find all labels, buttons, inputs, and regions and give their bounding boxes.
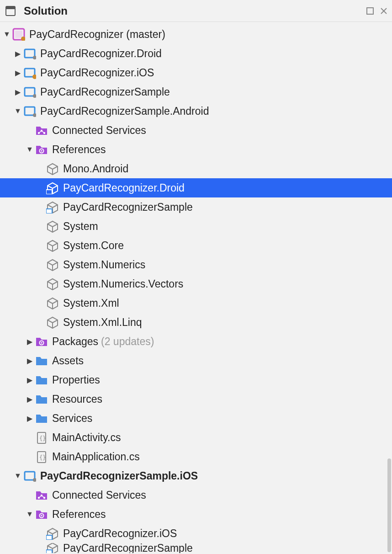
solution-name: PayCardRecognizer [29,28,123,40]
project-reference-icon [46,527,59,540]
assembly-icon [46,296,59,310]
project-ios[interactable]: ▶ PayCardRecognizer.iOS [0,63,392,82]
connected-services-node[interactable]: Connected Services [0,121,392,140]
reference-label: PayCardRecognizerSample [63,201,193,213]
chevron-down-icon[interactable]: ▼ [13,472,23,480]
connected-services-icon [35,123,48,137]
csharp-file-icon [35,431,48,444]
chevron-right-icon[interactable]: ▶ [25,337,35,346]
project-label: PayCardRecognizerSample [40,86,170,98]
assembly-icon [46,277,59,291]
folder-icon [35,411,48,425]
chevron-right-icon[interactable]: ▶ [25,376,35,384]
assembly-icon [46,239,59,252]
reference-item[interactable]: System [0,217,392,236]
packages-icon [35,335,48,348]
assembly-icon [46,258,59,272]
reference-item[interactable]: System.Numerics [0,255,392,274]
chevron-right-icon[interactable]: ▶ [25,395,35,404]
folder-icon [35,354,48,368]
packages-node[interactable]: ▶ Packages (2 updates) [0,332,392,351]
reference-item-selected[interactable]: PayCardRecognizer.Droid [0,178,392,197]
project-icon [23,104,37,118]
assembly-icon [46,315,59,329]
packages-update-badge: (2 updates) [101,336,154,348]
assembly-icon [46,219,59,233]
reference-label: PayCardRecognizerSample [63,543,193,553]
file-main-activity[interactable]: MainActivity.cs [0,428,392,447]
folder-label: Assets [52,355,84,367]
chevron-right-icon[interactable]: ▶ [13,69,23,77]
reference-item[interactable]: System.Numerics.Vectors [0,274,392,293]
project-label: PayCardRecognizerSample.iOS [40,470,198,482]
file-label: MainApplication.cs [52,451,140,463]
connected-services-node[interactable]: Connected Services [0,485,392,505]
chevron-down-icon[interactable]: ▼ [25,145,35,154]
project-icon [23,85,37,99]
reference-label: PayCardRecognizer.iOS [63,527,177,540]
chevron-right-icon[interactable]: ▶ [25,414,35,423]
solution-node[interactable]: ▼ PayCardRecognizer (master) [0,25,392,44]
reference-item[interactable]: System.Xml [0,293,392,313]
node-label: References [52,508,106,521]
solution-panel: Solution ▼ PayCardRecognizer (master) ▶ … [0,0,392,554]
reference-item[interactable]: PayCardRecognizer.iOS [0,524,392,543]
project-label: PayCardRecognizer.iOS [40,67,154,79]
references-node[interactable]: ▼ References [0,140,392,159]
chevron-right-icon[interactable]: ▶ [13,49,23,58]
chevron-right-icon[interactable]: ▶ [13,88,23,96]
folder-assets[interactable]: ▶ Assets [0,351,392,370]
connected-services-icon [35,488,48,502]
project-reference-icon [46,181,59,195]
project-sample-ios[interactable]: ▼ PayCardRecognizerSample.iOS [0,466,392,485]
references-icon [35,507,48,521]
reference-label: System [63,220,98,233]
reference-item[interactable]: System.Core [0,236,392,255]
project-icon [23,66,37,80]
project-icon [23,47,37,60]
panel-header: Solution [0,0,392,22]
folder-icon [35,392,48,406]
chevron-right-icon[interactable]: ▶ [25,357,35,365]
project-droid[interactable]: ▶ PayCardRecognizer.Droid [0,44,392,63]
node-label: References [52,144,106,156]
project-label: PayCardRecognizerSample.Android [40,105,209,117]
chevron-down-icon[interactable]: ▼ [2,30,12,38]
reference-label: System.Xml [63,297,119,309]
reference-label: System.Numerics [63,259,145,271]
file-label: MainActivity.cs [52,431,121,444]
panel-title: Solution [24,5,366,17]
folder-label: Resources [52,393,102,405]
reference-item[interactable]: System.Xml.Linq [0,313,392,332]
folder-services[interactable]: ▶ Services [0,409,392,428]
file-main-application[interactable]: MainApplication.cs [0,447,392,466]
restore-button[interactable] [366,6,375,16]
folder-label: Services [52,412,92,425]
node-label: Packages [52,336,98,348]
reference-item[interactable]: PayCardRecognizerSample [0,197,392,217]
reference-label: System.Xml.Linq [63,316,142,329]
references-node[interactable]: ▼ References [0,505,392,524]
project-sample[interactable]: ▶ PayCardRecognizerSample [0,82,392,101]
folder-properties[interactable]: ▶ Properties [0,370,392,389]
csharp-file-icon [35,450,48,463]
window-icon [4,4,17,18]
folder-icon [35,373,48,387]
reference-label: System.Numerics.Vectors [63,278,183,290]
close-button[interactable] [379,6,388,16]
node-label: Connected Services [52,124,146,137]
chevron-down-icon[interactable]: ▼ [25,510,35,518]
solution-tree[interactable]: ▼ PayCardRecognizer (master) ▶ PayCardRe… [0,22,392,554]
references-icon [35,143,48,156]
reference-label: PayCardRecognizer.Droid [63,182,185,194]
node-label: Connected Services [52,489,146,501]
project-icon [23,469,37,483]
scrollbar-thumb[interactable] [387,458,391,552]
project-sample-android[interactable]: ▼ PayCardRecognizerSample.Android [0,101,392,121]
project-label: PayCardRecognizer.Droid [40,48,162,60]
reference-item[interactable]: PayCardRecognizerSample [0,543,392,553]
assembly-icon [46,162,59,176]
reference-item[interactable]: Mono.Android [0,159,392,178]
chevron-down-icon[interactable]: ▼ [13,107,23,115]
folder-resources[interactable]: ▶ Resources [0,389,392,409]
